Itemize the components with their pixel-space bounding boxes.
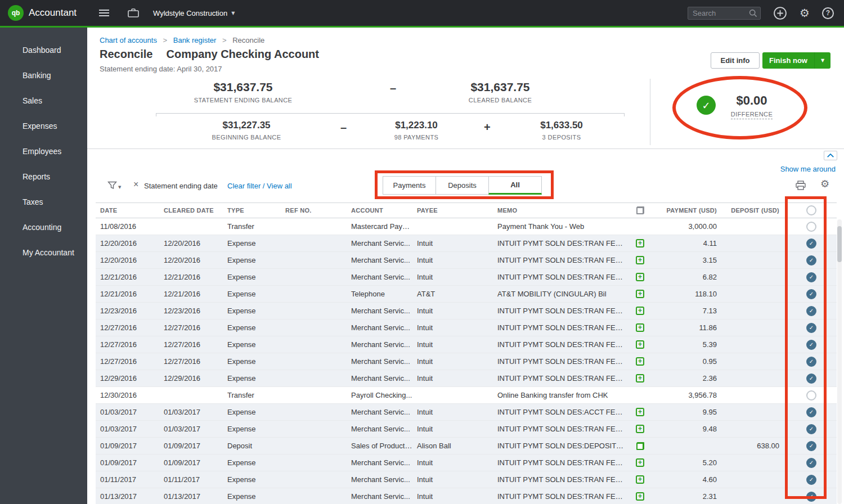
tab-deposits[interactable]: Deposits bbox=[436, 176, 489, 195]
finish-now-button[interactable]: Finish now bbox=[762, 52, 814, 69]
sidebar-item-employees[interactable]: Employees bbox=[0, 139, 87, 164]
column-deposit[interactable]: DEPOSIT (USD) bbox=[724, 207, 786, 214]
cell-payment: 6.82 bbox=[656, 273, 724, 281]
cleared-checkbox[interactable]: ✓ bbox=[806, 272, 816, 282]
column-date[interactable]: DATE bbox=[96, 207, 159, 214]
cell-account: Merchant Servic... bbox=[347, 256, 412, 264]
sidebar-item-dashboard[interactable]: Dashboard bbox=[0, 38, 87, 63]
statement-ending-balance: $31,637.75 STATEMENT ENDING BALANCE bbox=[156, 80, 330, 104]
table-row[interactable]: 12/27/2016 12/27/2016 Expense Merchant S… bbox=[96, 336, 837, 353]
breadcrumb-chart-of-accounts[interactable]: Chart of accounts bbox=[100, 36, 157, 44]
cell-date: 12/30/2016 bbox=[96, 391, 159, 399]
sidebar-item-banking[interactable]: Banking bbox=[0, 63, 87, 88]
cleared-checkbox[interactable]: ✓ bbox=[806, 289, 816, 299]
company-selector[interactable]: Wyldstyle Construction ▼ bbox=[153, 9, 235, 17]
link-transaction-icon[interactable] bbox=[636, 307, 644, 315]
link-transaction-icon[interactable] bbox=[636, 239, 644, 248]
link-transaction-icon[interactable] bbox=[636, 256, 644, 264]
remove-filter-icon[interactable]: × bbox=[133, 180, 138, 189]
table-row[interactable]: 12/27/2016 12/27/2016 Expense Merchant S… bbox=[96, 353, 837, 370]
link-transaction-icon[interactable] bbox=[636, 442, 644, 450]
cleared-checkbox[interactable] bbox=[806, 222, 816, 232]
column-type[interactable]: TYPE bbox=[223, 207, 281, 214]
cleared-checkbox[interactable]: ✓ bbox=[806, 475, 816, 485]
table-row[interactable]: 01/03/2017 01/03/2017 Expense Merchant S… bbox=[96, 421, 837, 438]
table-row[interactable]: 11/08/2016 Transfer Mastercard Paya... P… bbox=[96, 218, 837, 235]
cleared-checkbox[interactable]: ✓ bbox=[806, 407, 816, 417]
summary-bracket bbox=[156, 113, 625, 116]
cleared-checkbox[interactable]: ✓ bbox=[806, 323, 816, 333]
link-transaction-icon[interactable] bbox=[636, 492, 644, 501]
link-transaction-icon[interactable] bbox=[636, 340, 644, 349]
link-transaction-icon[interactable] bbox=[636, 273, 644, 281]
link-transaction-icon[interactable] bbox=[636, 323, 644, 332]
sidebar-item-accounting[interactable]: Accounting bbox=[0, 215, 87, 240]
sidebar-item-my-accountant[interactable]: My Accountant bbox=[0, 240, 87, 266]
finish-now-dropdown[interactable]: ▼ bbox=[814, 52, 830, 69]
table-row[interactable]: 12/29/2016 12/29/2016 Expense Merchant S… bbox=[96, 370, 837, 387]
cleared-checkbox[interactable]: ✓ bbox=[806, 441, 816, 451]
edit-info-button[interactable]: Edit info bbox=[711, 52, 760, 69]
link-transaction-icon[interactable] bbox=[636, 475, 644, 484]
clear-filter-link[interactable]: Clear filter / View all bbox=[227, 182, 292, 190]
create-plus-icon[interactable] bbox=[773, 6, 787, 20]
cell-payee: Intuit bbox=[412, 256, 493, 264]
table-row[interactable]: 12/27/2016 12/27/2016 Expense Merchant S… bbox=[96, 320, 837, 336]
link-transaction-icon[interactable] bbox=[636, 458, 644, 467]
cleared-checkbox[interactable]: ✓ bbox=[806, 255, 816, 266]
table-row[interactable]: 01/11/2017 01/11/2017 Expense Merchant S… bbox=[96, 471, 837, 488]
show-me-around-link[interactable]: Show me around bbox=[780, 165, 836, 173]
link-transaction-icon[interactable] bbox=[636, 408, 644, 416]
difference-label[interactable]: DIFFERENCE bbox=[731, 111, 773, 119]
cleared-checkbox[interactable]: ✓ bbox=[806, 492, 816, 502]
table-row[interactable]: 12/21/2016 12/21/2016 Expense Merchant S… bbox=[96, 269, 837, 286]
table-row[interactable]: 01/09/2017 01/09/2017 Deposit Sales of P… bbox=[96, 438, 837, 454]
table-row[interactable]: 01/09/2017 01/09/2017 Expense Merchant S… bbox=[96, 454, 837, 471]
table-row[interactable]: 01/03/2017 01/03/2017 Expense Merchant S… bbox=[96, 404, 837, 421]
search-icon[interactable] bbox=[749, 9, 757, 17]
cleared-checkbox[interactable]: ✓ bbox=[806, 238, 816, 249]
column-payment[interactable]: PAYMENT (USD) bbox=[656, 207, 724, 214]
collapse-summary-button[interactable] bbox=[824, 151, 837, 160]
sidebar-item-expenses[interactable]: Expenses bbox=[0, 114, 87, 139]
select-all-circle[interactable] bbox=[806, 205, 816, 215]
cell-payee: Intuit bbox=[412, 374, 493, 382]
table-row[interactable]: 12/21/2016 12/21/2016 Expense Telephone … bbox=[96, 286, 837, 303]
cleared-checkbox[interactable]: ✓ bbox=[806, 306, 816, 316]
column-account[interactable]: ACCOUNT bbox=[347, 207, 412, 214]
cleared-checkbox[interactable]: ✓ bbox=[806, 340, 816, 350]
cell-cleared-date: 01/13/2017 bbox=[159, 492, 223, 501]
scrollbar-thumb[interactable] bbox=[837, 226, 842, 262]
cleared-checkbox[interactable]: ✓ bbox=[806, 424, 816, 434]
gear-icon[interactable]: ⚙ bbox=[800, 7, 810, 19]
sidebar-item-reports[interactable]: Reports bbox=[0, 164, 87, 190]
cleared-checkbox[interactable] bbox=[806, 390, 816, 400]
column-cleared-date[interactable]: CLEARED DATE bbox=[159, 207, 223, 214]
link-transaction-icon[interactable] bbox=[636, 290, 644, 298]
tab-payments[interactable]: Payments bbox=[383, 176, 436, 195]
filter-funnel-icon[interactable]: ▼ bbox=[107, 181, 121, 190]
print-icon[interactable] bbox=[795, 181, 806, 193]
table-row[interactable]: 01/13/2017 01/13/2017 Expense Merchant S… bbox=[96, 488, 837, 504]
help-icon[interactable]: ? bbox=[822, 7, 834, 19]
briefcase-icon[interactable] bbox=[127, 7, 140, 19]
cleared-checkbox[interactable]: ✓ bbox=[806, 374, 816, 384]
table-row[interactable]: 12/30/2016 Transfer Payroll Checking... … bbox=[96, 387, 837, 404]
link-transaction-icon[interactable] bbox=[636, 357, 644, 366]
table-settings-gear-icon[interactable]: ⚙ bbox=[820, 179, 829, 189]
cleared-checkbox[interactable]: ✓ bbox=[806, 357, 816, 367]
sidebar-item-taxes[interactable]: Taxes bbox=[0, 190, 87, 215]
breadcrumb-bank-register[interactable]: Bank register bbox=[173, 36, 217, 44]
tab-all[interactable]: All bbox=[488, 176, 542, 195]
column-payee[interactable]: PAYEE bbox=[412, 207, 493, 214]
link-transaction-icon[interactable] bbox=[636, 374, 644, 382]
sidebar-item-sales[interactable]: Sales bbox=[0, 88, 87, 114]
table-row[interactable]: 12/23/2016 12/23/2016 Expense Merchant S… bbox=[96, 303, 837, 320]
table-row[interactable]: 12/20/2016 12/20/2016 Expense Merchant S… bbox=[96, 235, 837, 252]
link-transaction-icon[interactable] bbox=[636, 425, 644, 433]
cleared-checkbox[interactable]: ✓ bbox=[806, 458, 816, 468]
table-row[interactable]: 12/20/2016 12/20/2016 Expense Merchant S… bbox=[96, 252, 837, 269]
hamburger-menu-icon[interactable] bbox=[97, 6, 111, 20]
column-memo[interactable]: MEMO bbox=[493, 207, 625, 214]
column-ref-no[interactable]: REF NO. bbox=[281, 207, 347, 214]
